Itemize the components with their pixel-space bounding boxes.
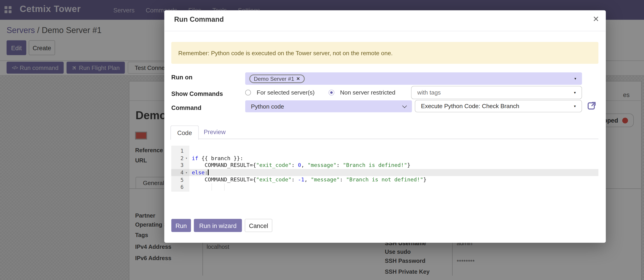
text-cursor	[208, 169, 209, 175]
command-select[interactable]: Execute Python Code: Check Branch ▾	[415, 100, 582, 112]
radio-non-restricted-label[interactable]: Non server restricted	[340, 89, 396, 96]
tags-filter-select[interactable]: with tags ▾	[411, 86, 582, 99]
code-editor[interactable]: 12▾34▾56 if {{ branch }}: COMMAND_RESULT…	[171, 146, 598, 192]
chevron-down-icon: ▾	[574, 90, 576, 94]
run-in-wizard-button[interactable]: Run in wizard	[194, 219, 242, 232]
show-commands-label: Show Commands	[171, 90, 223, 97]
tab-code[interactable]: Code	[170, 125, 199, 140]
gutter-line: 2▾	[171, 155, 189, 162]
radio-selected-servers[interactable]	[245, 90, 251, 95]
radio-selected-servers-label[interactable]: For selected server(s)	[257, 89, 314, 96]
code-line[interactable]: else:	[192, 169, 426, 176]
editor-code[interactable]: if {{ branch }}: COMMAND_RESULT={"exit_c…	[192, 147, 426, 191]
cancel-button[interactable]: Cancel	[245, 219, 272, 232]
chevron-down-icon: ▾	[574, 76, 576, 80]
run-on-label: Run on	[171, 74, 192, 81]
show-commands-radios: For selected server(s) Non server restri…	[245, 89, 396, 96]
editor-gutter: 12▾34▾56	[171, 146, 189, 192]
external-link-icon[interactable]	[587, 101, 596, 111]
gutter-line: 5	[171, 176, 189, 183]
gutter-line: 1	[171, 147, 189, 155]
run-on-field[interactable]: Demo Server #1 ✕ ▾	[245, 72, 582, 85]
chip-remove-icon[interactable]: ✕	[296, 76, 300, 81]
indent-guide	[224, 183, 225, 190]
command-label: Command	[171, 104, 201, 111]
tab-preview[interactable]: Preview	[204, 128, 226, 135]
chevron-down-icon	[402, 103, 407, 108]
code-line[interactable]: COMMAND_RESULT={"exit_code": 0, "message…	[192, 162, 426, 169]
gutter-line: 4▾	[171, 169, 189, 176]
server-tag-chip: Demo Server #1 ✕	[249, 74, 304, 83]
fold-icon[interactable]: ▾	[184, 156, 189, 160]
code-line[interactable]: if {{ branch }}:	[192, 155, 426, 162]
gutter-line: 6	[171, 183, 189, 191]
divider	[164, 31, 606, 31]
screen: Cetmix Tower Servers Commands Files Tool…	[0, 0, 644, 280]
tabs-border	[170, 139, 598, 139]
run-button[interactable]: Run	[171, 219, 191, 232]
fold-icon[interactable]: ▾	[184, 171, 189, 174]
run-command-modal: Run Command ✕ Remember: Python code is e…	[164, 10, 606, 243]
modal-title: Run Command	[174, 16, 224, 24]
code-line[interactable]	[192, 147, 426, 155]
indent-guide	[212, 183, 212, 190]
code-line[interactable]	[192, 183, 426, 191]
warning-alert: Remember: Python code is executed on the…	[171, 42, 598, 64]
chevron-down-icon: ▾	[574, 104, 576, 108]
close-icon[interactable]: ✕	[593, 15, 599, 24]
code-line[interactable]: COMMAND_RESULT={"exit_code": -1, "messag…	[192, 176, 426, 183]
gutter-line: 3	[171, 162, 189, 169]
command-type-select[interactable]: Python code	[245, 100, 412, 112]
radio-non-restricted[interactable]	[328, 90, 334, 95]
